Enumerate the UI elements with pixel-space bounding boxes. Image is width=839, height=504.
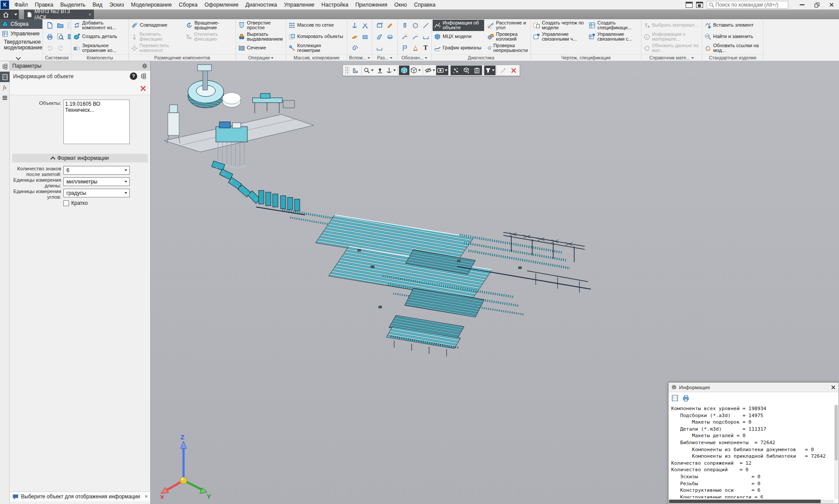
add-component-button[interactable]: Добавить компонент из... [72,20,128,31]
command-search[interactable] [707,1,788,9]
save-button[interactable] [66,20,71,31]
search-input[interactable] [714,1,784,8]
open-button[interactable] [55,20,66,31]
menu-settings[interactable]: Настройка [318,1,352,9]
report-mode-button[interactable] [472,66,482,75]
info-save-icon[interactable] [671,394,679,402]
group-label-layout[interactable]: Раз... [372,54,397,61]
print-button[interactable] [45,31,55,42]
circle-dim-icon[interactable] [410,20,420,31]
object-item[interactable]: 1.19.01605 ВО Техническ... [65,101,128,113]
aux-spiral-icon[interactable] [349,43,360,53]
find-replace-button[interactable]: Найти и заменить [703,31,762,42]
move-triad-button[interactable] [385,66,397,75]
section-button[interactable]: Сечение [237,42,285,54]
window-settings-icon[interactable] [696,2,703,8]
group-label-system[interactable]: Системная [43,54,71,61]
material-info-button[interactable]: Информация о материале... [642,31,701,42]
rotation-rotation-button[interactable]: Вращение-вращение [184,20,234,31]
aux-axes-icon[interactable] [349,20,360,31]
links-mode-button[interactable] [451,66,461,75]
length-units-select[interactable]: миллиметры [63,177,130,186]
hide-objects-button[interactable] [424,66,436,75]
options-tree-icon[interactable] [140,73,147,79]
continuity-check-button[interactable]: Проверка непрерывности [486,42,529,54]
info-vertical-scrollbar[interactable] [834,404,838,499]
geometry-collection-button[interactable]: Коллекция геометрии [287,42,346,54]
window-layout-icon[interactable] [686,2,693,8]
zoom-dropdown-icon[interactable] [371,69,374,71]
insert-element-button[interactable]: Вставить элемент [703,20,762,31]
dimension-tool-icon[interactable] [374,43,385,53]
create-part-button[interactable]: Создать деталь [72,31,128,42]
group-label-drawing-spec[interactable]: Чертеж, спецификация [531,54,641,61]
pencil-tool-icon[interactable] [385,20,395,31]
copy-objects-button[interactable]: Копировать объекты [287,31,346,42]
home-button[interactable] [0,10,12,19]
mirror-component-button[interactable]: Зеркальное отражение ко... [72,42,128,54]
model-viewport[interactable]: X Y Z Информация Компоненты всех уровней… [151,61,839,504]
decimals-select[interactable]: 6 [63,166,130,175]
shaded-display-button[interactable] [399,66,409,75]
panel-gear-icon[interactable] [142,63,148,69]
group-label-placement[interactable]: Размещение компонентов [129,54,236,61]
wireframe-display-button[interactable] [409,66,422,75]
axis-mark-icon[interactable] [420,20,431,31]
triad-dropdown-icon[interactable] [393,69,396,71]
aux-control-plane-icon[interactable] [360,31,370,42]
cancel-command-icon[interactable] [139,85,147,92]
menu-sketch[interactable]: Эскиз [106,1,127,9]
tree-panel-icon[interactable] [0,61,10,72]
fragments-mode-button[interactable] [461,66,472,75]
menu-management[interactable]: Управление [281,1,318,9]
curvature-graph-button[interactable]: График кривизны [433,42,484,54]
disable-fixation-button[interactable]: Отключить фиксацию [184,31,234,42]
object-info-button[interactable]: Информация об объекте [433,20,484,31]
format-section-header[interactable]: Формат информации [12,154,148,162]
parameters-panel-icon[interactable] [0,72,10,82]
group-label-array[interactable]: Массив, копирование [286,54,347,61]
menu-view[interactable]: Вид [89,1,106,9]
toolbar-grip[interactable] [345,66,349,74]
frame-tool-icon[interactable] [374,20,385,31]
mass-properties-button[interactable]: МЦХ модели [433,31,484,42]
display-dropdown-icon[interactable] [418,69,421,71]
menu-modeling[interactable]: Моделирование [128,1,176,9]
variables-panel-icon[interactable]: fx [0,82,10,93]
menu-panel-icon[interactable] [0,93,10,103]
leader-check-icon[interactable] [410,31,420,42]
scene-dropdown-icon[interactable] [445,69,447,71]
group-label-auxiliary[interactable]: Вспом... [347,54,372,61]
brief-checkbox[interactable]: Кратко [63,200,88,206]
info-window-titlebar[interactable]: Информация [669,383,839,392]
abort-button[interactable] [508,66,519,75]
collision-check-button[interactable]: Проверка коллизий [486,31,529,42]
hide-dropdown-icon[interactable] [433,69,435,71]
fan-tool-icon[interactable] [374,31,385,42]
undo-button[interactable] [45,43,55,53]
mate-coincide-button[interactable]: Совпадение [130,20,183,31]
show-scene-button[interactable] [436,66,448,75]
update-references-button[interactable]: Обновить ссылки на мод... [703,42,762,54]
prompt-close-icon[interactable]: × [145,494,148,500]
document-tab[interactable]: МНЛЗ №2 ВТЗ (АСК... × [24,10,94,19]
mode-solid-modeling[interactable]: Твердотельное моделирование [0,38,42,52]
manage-linked-drawings-button[interactable]: Управление связанными ч... [532,31,586,42]
redo-button[interactable] [55,43,66,53]
menu-diagnostics[interactable]: Диагностика [242,1,281,9]
move-component-button[interactable]: Переместить компонент [130,42,183,54]
cone-mark-icon[interactable] [410,43,420,53]
select-region-button[interactable] [350,66,361,75]
cylinder-mark-icon[interactable] [399,20,410,31]
simple-hole-button[interactable]: Отверстие простое [237,20,285,31]
angle-units-select[interactable]: градусы [63,189,130,197]
group-label-diagnostics[interactable]: Диагностика [432,54,530,61]
flag-mark-icon[interactable] [399,43,410,53]
select-material-button[interactable]: Выбрать материал... [642,20,701,31]
zoom-area-button[interactable] [363,66,374,75]
group-label-operations[interactable]: Операции [236,54,286,61]
cut-extrude-button[interactable]: Вырезать выдавливанием [237,31,285,42]
collapse-ribbon-icon[interactable] [17,58,21,60]
info-horizontal-scrollbar[interactable] [669,500,834,503]
preview-button[interactable] [55,31,66,42]
